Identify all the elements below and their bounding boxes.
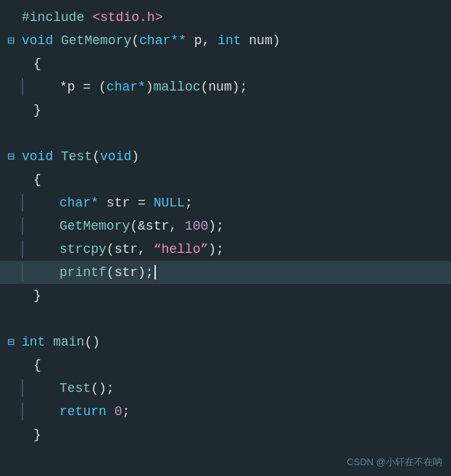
- line-12: printf(str);: [0, 261, 451, 284]
- code-content-7: void Test(void): [19, 149, 451, 164]
- var-str: str: [99, 196, 138, 210]
- brace-open-3: {: [33, 57, 41, 71]
- line-14: [0, 307, 451, 330]
- paren-7a: (: [92, 149, 100, 164]
- text-cursor: [154, 265, 156, 280]
- kw-char-4: char: [107, 80, 138, 94]
- paren-12a: (: [107, 265, 115, 280]
- watermark: CSDN @小轩在不在呐: [347, 456, 442, 469]
- line-9: char* str = NULL;: [0, 191, 451, 214]
- paren-4b: ): [232, 80, 240, 94]
- semi-10: ;: [216, 219, 224, 233]
- paren-2b: ): [273, 33, 281, 48]
- paren-15a: (): [84, 335, 100, 349]
- fn-printf: printf: [59, 265, 107, 280]
- include-path-1: <stdio.h>: [92, 10, 162, 25]
- paren-17a: (): [91, 381, 107, 396]
- fold-gutter-15[interactable]: ⊟: [3, 335, 19, 349]
- line-1: #include <stdio.h>: [0, 6, 451, 29]
- paren-10a: (&: [130, 219, 146, 233]
- paren-11a: (: [107, 242, 115, 256]
- line-8: {: [0, 168, 451, 191]
- star-2: **: [170, 33, 186, 48]
- fn-getmemory-call: GetMemory: [59, 219, 130, 233]
- star-9: *: [91, 196, 99, 210]
- paren-11b: ): [208, 242, 216, 256]
- kw-void-2: void: [22, 33, 61, 48]
- code-content-11: strcpy(str, “hello”);: [19, 241, 451, 258]
- line-15: ⊟ int main(): [0, 330, 451, 354]
- code-content-2: void GetMemory(char** p, int num): [19, 33, 451, 48]
- semi-12: ;: [146, 265, 154, 280]
- code-editor: #include <stdio.h> ⊟ void GetMemory(char…: [0, 0, 451, 476]
- kw-char-2: char: [139, 33, 170, 48]
- brace-close-19: }: [33, 427, 41, 442]
- code-content-12: printf(str);: [19, 264, 451, 281]
- fn-malloc: malloc: [154, 80, 201, 94]
- code-content-8: {: [19, 172, 451, 187]
- comma-10: ,: [169, 219, 185, 233]
- param-num: num: [241, 33, 273, 48]
- assign-4: =: [83, 80, 99, 94]
- code-content-5: }: [19, 103, 451, 117]
- line-4: *p = (char*)malloc(num);: [0, 75, 451, 99]
- code-content-15: int main(): [19, 335, 451, 349]
- line-7: ⊟ void Test(void): [0, 145, 451, 168]
- semi-11: ;: [216, 242, 224, 256]
- paren-10b: ): [208, 219, 216, 233]
- code-content-14: [19, 312, 451, 326]
- kw-return-18: return: [59, 404, 115, 419]
- line-17: Test();: [0, 377, 451, 400]
- semi-17: ;: [107, 381, 115, 396]
- line-5: }: [0, 99, 451, 122]
- assign-9: =: [138, 196, 154, 210]
- code-content-3: {: [19, 57, 451, 71]
- paren-7b: ): [131, 149, 139, 164]
- semi-4: ;: [240, 80, 248, 94]
- kw-int-15: int: [22, 335, 53, 349]
- brace-open-8: {: [33, 172, 41, 187]
- kw-void-param: void: [100, 149, 131, 164]
- brace-close-5: }: [33, 103, 41, 117]
- kw-void-7: void: [22, 149, 61, 164]
- star-4: *: [138, 80, 146, 94]
- cast-open: (: [99, 80, 107, 94]
- code-content-17: Test();: [19, 380, 451, 397]
- comma-11: ,: [138, 242, 154, 256]
- kw-char-9: char: [59, 196, 91, 210]
- line-11: strcpy(str, “hello”);: [0, 238, 451, 261]
- line-6: [0, 122, 451, 145]
- str-hello: “hello”: [154, 242, 209, 256]
- arg-str-11: str: [115, 242, 138, 256]
- arg-str-10: str: [146, 219, 169, 233]
- line-3: {: [0, 52, 451, 75]
- fn-main: main: [53, 335, 84, 349]
- code-content-10: GetMemory(&str, 100);: [19, 217, 451, 235]
- arg-num: num: [208, 80, 231, 94]
- kw-null-9: NULL: [154, 196, 185, 210]
- fn-test-call: Test: [59, 381, 91, 396]
- code-content-9: char* str = NULL;: [19, 194, 451, 212]
- num-0: 0: [115, 404, 123, 419]
- line-2: ⊟ void GetMemory(char** p, int num): [0, 29, 451, 52]
- semi-18: ;: [122, 404, 130, 419]
- code-content-16: {: [19, 358, 451, 372]
- fold-gutter-7[interactable]: ⊟: [3, 149, 19, 164]
- fold-gutter-2[interactable]: ⊟: [3, 33, 19, 48]
- code-content-4: *p = (char*)malloc(num);: [19, 78, 451, 96]
- num-100: 100: [185, 219, 208, 233]
- paren-4a: (: [200, 80, 208, 94]
- param-p: p,: [186, 33, 218, 48]
- fn-test: Test: [61, 149, 92, 164]
- line-19: }: [0, 423, 451, 446]
- preprocessor-1: #include: [22, 10, 92, 25]
- semi-9: ;: [185, 196, 193, 210]
- line-16: {: [0, 354, 451, 377]
- code-content-18: return 0;: [19, 403, 451, 420]
- arg-str-12: str: [115, 265, 138, 280]
- brace-close-13: }: [33, 288, 41, 303]
- code-content-1: #include <stdio.h>: [19, 10, 451, 25]
- line-10: GetMemory(&str, 100);: [0, 214, 451, 238]
- paren-2a: (: [131, 33, 139, 48]
- cast-close: ): [146, 80, 154, 94]
